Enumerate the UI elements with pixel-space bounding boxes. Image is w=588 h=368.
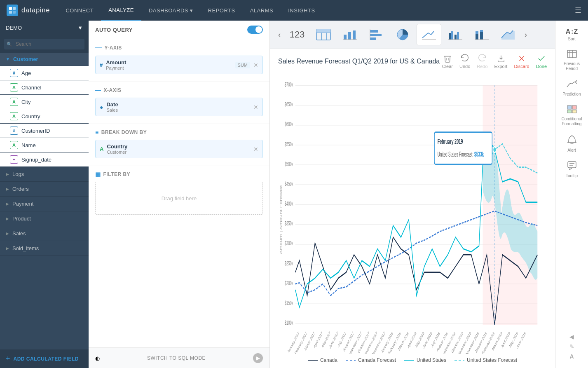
chevron-right-icon: ▶	[6, 216, 9, 221]
redo-label: Redo	[477, 64, 487, 69]
field-city[interactable]: A City	[0, 95, 89, 109]
x-field-close-button[interactable]: ✕	[253, 104, 258, 110]
customer-group-header[interactable]: ▼ Customer	[0, 53, 89, 66]
topnav: datapine CONNECT ANALYZE DASHBOARDS ▾ RE…	[0, 0, 588, 21]
clear-button[interactable]: Clear	[442, 54, 453, 69]
group-orders[interactable]: ▶ Orders	[0, 182, 89, 197]
chart-type-prev-button[interactable]: ‹	[275, 29, 284, 41]
chart-container: $700k $650k $600k $550k $500k $450k $400…	[270, 74, 555, 354]
chart-type-bar[interactable]	[337, 24, 362, 45]
clock-icon: ●	[10, 155, 18, 164]
chart-type-hbar[interactable]	[364, 24, 389, 45]
breakdown-text: BREAK DOWN BY	[101, 129, 147, 135]
chart-type-line[interactable]	[417, 24, 441, 45]
x-field-sub: Sales	[106, 108, 250, 113]
sort-panel-item[interactable]: A↕Z Sort	[558, 25, 586, 45]
hamburger-icon[interactable]: ☰	[575, 6, 581, 15]
x-field-chip[interactable]: ● Date Sales ✕	[95, 98, 263, 116]
query-panel: AUTO QUERY — Y-AXIS # Amount Payment SUM…	[89, 21, 270, 368]
text-icon[interactable]: A	[569, 353, 574, 360]
nav-connect[interactable]: CONNECT	[58, 0, 101, 21]
group-product[interactable]: ▶ Product	[0, 211, 89, 226]
chart-type-next-button[interactable]: ›	[521, 29, 530, 41]
x-axis-text: X-AXIS	[104, 87, 122, 93]
clear-label: Clear	[442, 64, 453, 69]
nav-reports[interactable]: REPORTS	[201, 0, 243, 21]
field-customerid[interactable]: # CustomerID	[0, 124, 89, 138]
nav-insights[interactable]: INSIGHTS	[281, 0, 322, 21]
chart-type-area[interactable]	[496, 24, 520, 45]
breakdown-chip[interactable]: A Country Customer ✕	[95, 140, 263, 158]
search-input[interactable]	[4, 39, 84, 49]
breakdown-field-close-button[interactable]: ✕	[253, 146, 258, 152]
chart-type-grouped-bar[interactable]	[443, 24, 468, 45]
chart-type-pie[interactable]	[390, 24, 415, 45]
chart-toolbar: ‹ 123	[270, 21, 555, 49]
sql-mode-bar: ◐ SWITCH TO SQL MODE ▶	[89, 348, 269, 368]
group-logs[interactable]: ▶ Logs	[0, 167, 89, 182]
alert-panel-item[interactable]: Alert	[558, 131, 586, 156]
chart-header: Sales Revenue Forecast Q1/Q2 2019 for US…	[270, 49, 555, 74]
pencil-icon[interactable]: ✎	[569, 343, 574, 350]
svg-text:$650k: $650k	[285, 101, 293, 108]
field-signup-date[interactable]: ● Signup_date	[0, 152, 89, 166]
done-button[interactable]: Done	[536, 54, 547, 69]
alpha-icon: A	[10, 98, 18, 106]
nav-dashboards[interactable]: DASHBOARDS ▾	[141, 0, 201, 21]
alpha-icon: A	[10, 112, 18, 120]
previous-period-panel-item[interactable]: Previous Period	[558, 47, 586, 75]
conditional-formatting-panel-item[interactable]: Conditional Formatting	[558, 102, 586, 130]
chevron-right-icon: ▶	[6, 172, 9, 176]
group-payment[interactable]: ▶ Payment	[0, 197, 89, 211]
svg-text:$550k: $550k	[285, 141, 293, 147]
chart-type-stacked-bar[interactable]	[469, 24, 494, 45]
search-container	[0, 35, 89, 53]
chevron-left-icon[interactable]: ◀	[569, 333, 574, 340]
svg-rect-27	[480, 30, 483, 32]
demo-selector[interactable]: DEMO ▼	[0, 21, 89, 35]
chart-type-table[interactable]	[311, 24, 336, 45]
group-sales[interactable]: ▶ Sales	[0, 226, 89, 241]
y-field-agg: SUM	[235, 62, 250, 68]
discard-button[interactable]: Discard	[514, 54, 529, 69]
group-sold-items[interactable]: ▶ Sold_items	[0, 241, 89, 256]
y-field-close-button[interactable]: ✕	[253, 62, 258, 68]
nav-alarms[interactable]: ALARMS	[243, 0, 281, 21]
svg-rect-98	[572, 105, 576, 109]
x-axis-icon: —	[95, 87, 101, 94]
field-name[interactable]: A Name	[0, 138, 89, 152]
alpha-icon: A	[10, 83, 18, 91]
demo-chevron-icon: ▼	[77, 25, 83, 31]
sql-mode-button[interactable]: ▶	[253, 353, 263, 363]
chart-type-number[interactable]: 123	[285, 24, 309, 45]
x-axis-label: — X-AXIS	[95, 87, 263, 94]
y-field-chip[interactable]: # Amount Payment SUM ✕	[95, 56, 263, 74]
y-axis-icon: —	[95, 44, 102, 52]
field-age[interactable]: # Age	[0, 66, 89, 80]
y-field-name: Amount	[106, 59, 232, 66]
prediction-panel-item[interactable]: Prediction	[558, 76, 586, 100]
logo[interactable]: datapine	[7, 5, 50, 16]
svg-rect-22	[457, 32, 459, 40]
theme-toggle-icon[interactable]: ◐	[95, 355, 100, 361]
export-button[interactable]: Export	[494, 54, 508, 69]
filter-drop-zone: Drag field here	[95, 182, 263, 215]
redo-button[interactable]: Redo	[477, 54, 487, 69]
svg-text:$600k: $600k	[285, 121, 293, 127]
tooltip-panel-item[interactable]: Tooltip	[558, 158, 586, 182]
group-sold-items-label: Sold_items	[12, 245, 39, 251]
nav-analyze[interactable]: ANALYZE	[101, 0, 141, 21]
logo-icon	[7, 5, 18, 16]
breakdown-section: ≡ BREAK DOWN BY A Country Customer ✕	[89, 124, 269, 166]
auto-query-toggle[interactable]	[247, 26, 263, 34]
alert-icon	[567, 135, 576, 147]
chevron-right-icon: ▶	[6, 202, 9, 206]
hash-icon: #	[10, 127, 18, 135]
filter-icon: ▦	[95, 171, 101, 178]
add-calculated-field-button[interactable]: + ADD CALCULATED FIELD	[0, 349, 89, 368]
undo-button[interactable]: Undo	[459, 54, 470, 69]
conditional-formatting-icon	[567, 105, 577, 115]
field-country[interactable]: A Country	[0, 109, 89, 123]
field-channel[interactable]: A Channel	[0, 80, 89, 94]
svg-rect-9	[344, 35, 347, 40]
